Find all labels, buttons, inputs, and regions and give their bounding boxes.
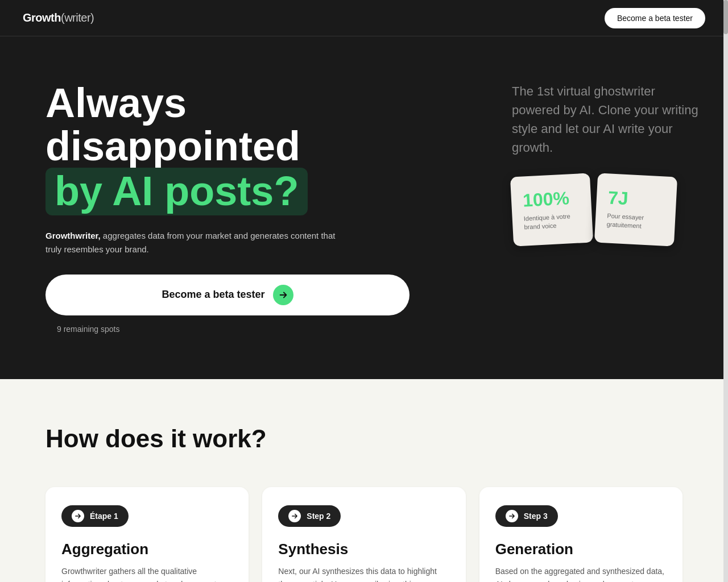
hero-left: Always disappointed by AI posts? Growthw… [46, 82, 415, 334]
arrow-icon [273, 285, 293, 305]
remaining-spots: 9 remaining spots [46, 325, 415, 334]
hero-description: The 1st virtual ghostwriter powered by A… [512, 82, 705, 157]
step-badge-3: Step 3 [495, 505, 558, 527]
hero-title-highlight: by AI posts? [46, 168, 308, 215]
hero-beta-label: Become a beta tester [162, 289, 264, 301]
hero-section: Always disappointed by AI posts? Growthw… [0, 36, 728, 379]
step-label-2: Step 2 [307, 512, 330, 521]
scrollbar[interactable] [723, 0, 728, 582]
step-card-1: Étape 1 Aggregation Growthwriter gathers… [46, 487, 249, 582]
stat-label-2: Pour essayer gratuitement [606, 211, 664, 232]
step-name-3: Generation [495, 541, 667, 558]
step-icon-3 [506, 510, 518, 522]
scrollbar-thumb[interactable] [723, 0, 728, 34]
hero-title: Always disappointed by AI posts? [46, 82, 415, 215]
hero-subtitle: Growthwriter, aggregates data from your … [46, 229, 341, 256]
stats-cards: 100% Identique à votre brand voice 7J Po… [512, 175, 705, 244]
step-label-3: Step 3 [524, 512, 548, 521]
step-icon-2 [288, 510, 301, 522]
logo-light: (writer) [61, 11, 94, 24]
step-desc-3: Based on the aggregated and synthesized … [495, 565, 667, 582]
logo: Growth(writer) [23, 11, 94, 24]
step-name-1: Aggregation [61, 541, 233, 558]
stat-number-1: 100% [522, 187, 580, 211]
stat-label-1: Identique à votre brand voice [523, 211, 581, 232]
how-title: How does it work? [46, 425, 682, 453]
steps-grid: Étape 1 Aggregation Growthwriter gathers… [46, 487, 682, 582]
stat-card-2: 7J Pour essayer gratuitement [594, 173, 677, 246]
hero-right: The 1st virtual ghostwriter powered by A… [489, 82, 705, 244]
hero-title-line1: Always disappointed [46, 80, 300, 169]
step-label-1: Étape 1 [90, 512, 118, 521]
stat-card-1: 100% Identique à votre brand voice [510, 173, 593, 246]
step-name-2: Synthesis [278, 541, 449, 558]
how-section: How does it work? Étape 1 Aggregation Gr… [0, 379, 728, 582]
step-desc-2: Next, our AI synthesizes this data to hi… [278, 565, 449, 582]
stat-number-2: 7J [607, 187, 665, 211]
step-card-3: Step 3 Generation Based on the aggregate… [479, 487, 682, 582]
step-badge-2: Step 2 [278, 505, 341, 527]
logo-bold: Growth [23, 11, 61, 24]
step-badge-1: Étape 1 [61, 505, 129, 527]
header: Growth(writer) Become a beta tester [0, 0, 728, 36]
step-icon-1 [72, 510, 84, 522]
hero-beta-button[interactable]: Become a beta tester [46, 275, 410, 315]
step-desc-1: Growthwriter gathers all the qualitative… [61, 565, 233, 582]
step-card-2: Step 2 Synthesis Next, our AI synthesize… [262, 487, 465, 582]
nav-beta-button[interactable]: Become a beta tester [605, 8, 705, 28]
hero-brand-name: Growthwriter, [46, 231, 101, 240]
